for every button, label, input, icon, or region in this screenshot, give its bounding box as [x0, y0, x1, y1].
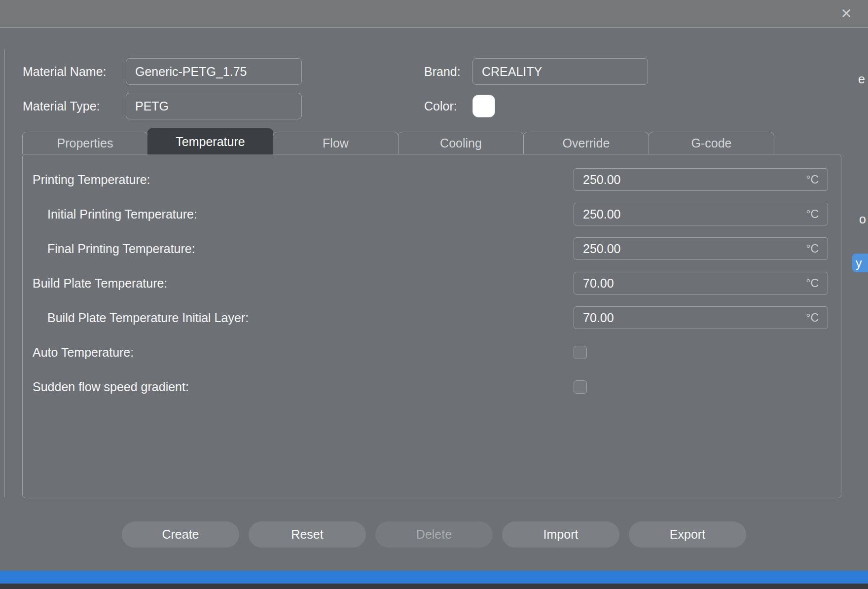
final-printing-temperature-input[interactable]: 250.00 °C: [574, 237, 828, 260]
auto-temperature-checkbox[interactable]: [574, 346, 587, 359]
value-text: 70.00: [583, 311, 614, 325]
setting-label: Auto Temperature:: [23, 345, 574, 360]
printing-temperature-row: Printing Temperature: 250.00 °C: [23, 162, 841, 197]
tab-override[interactable]: Override: [523, 132, 649, 154]
value-text: 250.00: [583, 242, 620, 256]
close-icon[interactable]: ✕: [837, 5, 855, 23]
tab-flow[interactable]: Flow: [273, 132, 398, 154]
window-titlebar: ✕: [0, 0, 868, 28]
color-swatch[interactable]: [472, 95, 495, 117]
build-plate-temperature-initial-layer-row: Build Plate Temperature Initial Layer: 7…: [23, 300, 841, 335]
settings-panel: Printing Temperature: 250.00 °C Initial …: [22, 154, 841, 498]
material-name-input[interactable]: Generic-PETG_1.75: [126, 58, 302, 85]
export-button[interactable]: Export: [629, 521, 746, 548]
tab-bar: Properties Temperature Flow Cooling Over…: [22, 128, 774, 154]
initial-printing-temperature-input[interactable]: 250.00 °C: [574, 203, 828, 225]
color-label: Color:: [424, 93, 457, 119]
setting-label: Build Plate Temperature:: [23, 276, 574, 291]
left-divider: [4, 49, 5, 497]
setting-label: Initial Printing Temperature:: [23, 207, 574, 221]
material-type-input[interactable]: PETG: [126, 93, 302, 119]
tab-gcode[interactable]: G-code: [649, 132, 774, 154]
brand-input[interactable]: CREALITY: [472, 58, 648, 85]
reset-button[interactable]: Reset: [249, 521, 366, 548]
sudden-flow-speed-gradient-checkbox[interactable]: [574, 380, 587, 394]
tab-cooling[interactable]: Cooling: [398, 132, 524, 154]
build-plate-temperature-input[interactable]: 70.00 °C: [574, 272, 828, 294]
setting-label: Sudden flow speed gradient:: [23, 380, 574, 394]
bottom-blue-bar: [0, 571, 868, 584]
tab-temperature[interactable]: Temperature: [147, 128, 273, 154]
setting-label: Final Printing Temperature:: [23, 242, 574, 256]
value-text: 250.00: [583, 173, 620, 187]
initial-printing-temperature-row: Initial Printing Temperature: 250.00 °C: [23, 197, 841, 231]
delete-button[interactable]: Delete: [375, 521, 493, 548]
footer-button-row: Create Reset Delete Import Export: [0, 521, 868, 548]
sudden-flow-speed-gradient-row: Sudden flow speed gradient:: [23, 369, 841, 404]
unit-label: °C: [806, 277, 819, 290]
brand-label: Brand:: [424, 58, 461, 85]
tab-properties[interactable]: Properties: [22, 132, 148, 154]
create-button[interactable]: Create: [122, 521, 239, 548]
background-text-fragment-middle: o: [859, 212, 866, 226]
printing-temperature-input[interactable]: 250.00 °C: [574, 168, 828, 191]
material-type-label: Material Type:: [23, 93, 100, 119]
unit-label: °C: [806, 208, 819, 221]
bottom-dark-bar: [0, 584, 868, 589]
value-text: 250.00: [583, 207, 620, 221]
background-text-fragment-top: e: [858, 72, 865, 86]
value-text: 70.00: [583, 276, 614, 291]
setting-label: Printing Temperature:: [23, 173, 574, 187]
final-printing-temperature-row: Final Printing Temperature: 250.00 °C: [23, 231, 841, 266]
build-plate-temperature-initial-layer-input[interactable]: 70.00 °C: [574, 306, 828, 329]
material-name-label: Material Name:: [23, 58, 107, 85]
build-plate-temperature-row: Build Plate Temperature: 70.00 °C: [23, 266, 841, 300]
unit-label: °C: [806, 311, 819, 325]
unit-label: °C: [806, 242, 819, 256]
setting-label: Build Plate Temperature Initial Layer:: [23, 311, 574, 325]
import-button[interactable]: Import: [502, 521, 619, 548]
background-highlight-chip: y: [852, 254, 868, 272]
auto-temperature-row: Auto Temperature:: [23, 335, 841, 369]
unit-label: °C: [806, 173, 819, 186]
